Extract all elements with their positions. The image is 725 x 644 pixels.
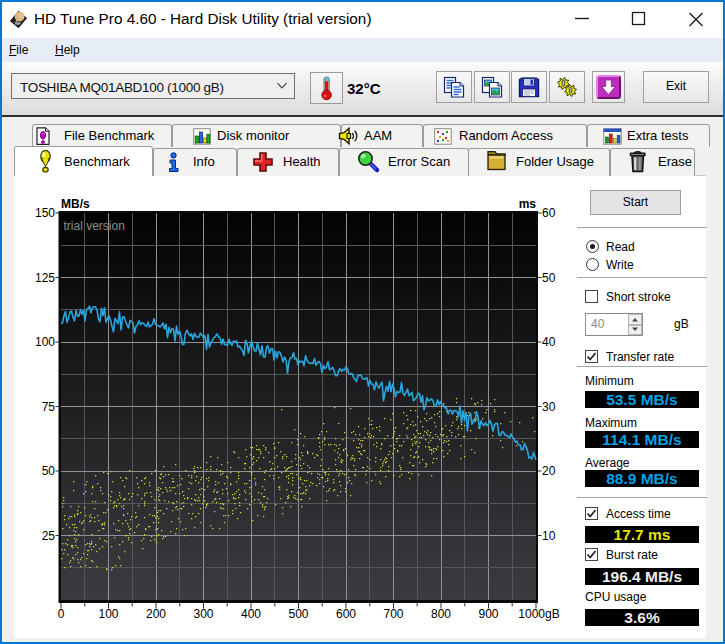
svg-text:40: 40 <box>542 335 556 349</box>
svg-text:30: 30 <box>542 400 556 414</box>
svg-text:25: 25 <box>42 529 56 543</box>
svg-text:75: 75 <box>42 400 56 414</box>
svg-text:600: 600 <box>336 607 356 621</box>
svg-text:700: 700 <box>383 607 403 621</box>
svg-text:1000gB: 1000gB <box>518 607 559 621</box>
svg-text:300: 300 <box>193 607 213 621</box>
svg-text:50: 50 <box>42 464 56 478</box>
svg-text:100: 100 <box>98 607 118 621</box>
svg-text:100: 100 <box>35 335 55 349</box>
svg-text:50: 50 <box>542 271 556 285</box>
svg-text:ms: ms <box>519 197 537 211</box>
svg-text:125: 125 <box>35 271 55 285</box>
svg-text:MB/s: MB/s <box>61 197 90 211</box>
svg-text:0: 0 <box>58 607 65 621</box>
svg-text:trial version: trial version <box>64 219 125 233</box>
svg-text:150: 150 <box>35 206 55 220</box>
svg-text:60: 60 <box>542 206 556 220</box>
svg-text:200: 200 <box>146 607 166 621</box>
svg-text:20: 20 <box>542 464 556 478</box>
svg-text:800: 800 <box>431 607 451 621</box>
svg-text:10: 10 <box>542 529 556 543</box>
svg-text:400: 400 <box>241 607 261 621</box>
svg-text:500: 500 <box>288 607 308 621</box>
svg-text:900: 900 <box>478 607 498 621</box>
